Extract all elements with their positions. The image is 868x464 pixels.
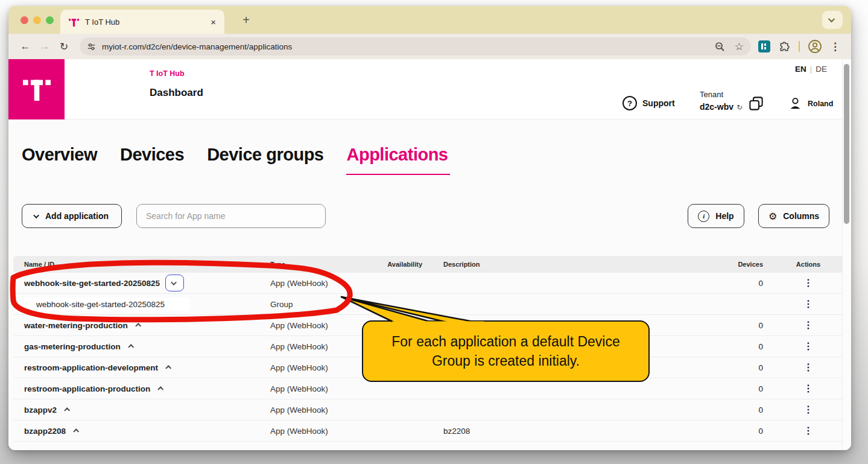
chevron-up-icon[interactable] <box>165 365 171 371</box>
browser-window: T IoT Hub × + ← → ↻ myiot-r.com/d2c/en/d… <box>8 6 851 450</box>
tab-devices[interactable]: Devices <box>120 145 184 165</box>
tab-search-button[interactable] <box>822 11 843 29</box>
tab-applications[interactable]: Applications <box>346 145 448 165</box>
zoom-out-icon[interactable] <box>715 42 725 52</box>
tenant-info: Tenant d2c-wbv↻ <box>700 89 743 113</box>
callout-text-line1: For each application a default Device <box>363 332 648 351</box>
col-devices[interactable]: Devices <box>711 261 773 268</box>
page-scrollbar-thumb[interactable] <box>844 64 849 224</box>
page-scrollbar-track[interactable] <box>842 59 851 450</box>
app-type: App (WebHook) <box>270 342 363 351</box>
collapse-row-button[interactable] <box>165 275 184 291</box>
row-actions-icon[interactable]: ⋮ <box>803 362 813 372</box>
table-row-group[interactable]: webhook-site-get-started-20250825 Group … <box>13 294 844 315</box>
telekom-logo[interactable] <box>8 59 65 119</box>
toolbar-divider <box>799 41 800 52</box>
callout-text-line2: Group is created initialy. <box>363 351 648 370</box>
tab-overview[interactable]: Overview <box>22 145 97 165</box>
app-name[interactable]: webhook-site-get-started-20250825 <box>24 279 160 288</box>
app-name[interactable]: restroom-application-production <box>24 384 150 393</box>
app-name[interactable]: gas-metering-production <box>24 342 121 351</box>
group-name[interactable]: webhook-site-get-started-20250825 <box>24 297 190 311</box>
lang-de[interactable]: DE <box>816 65 827 74</box>
row-actions-icon[interactable]: ⋮ <box>803 320 813 330</box>
extensions-puzzle-icon[interactable] <box>778 40 791 53</box>
table-header: Name / ID Type Availability Description … <box>13 256 844 273</box>
chevron-up-icon[interactable] <box>64 407 70 413</box>
row-actions-icon[interactable]: ⋮ <box>803 341 813 351</box>
row-actions-icon[interactable]: ⋮ <box>803 383 813 393</box>
switch-tenant-icon[interactable] <box>748 95 764 112</box>
row-actions-icon[interactable]: ⋮ <box>803 425 813 436</box>
app-type: App (WebHook) <box>270 363 363 372</box>
table-row[interactable]: bzappv2 App (WebHook) 0 ⋮ <box>13 399 844 421</box>
row-actions-icon[interactable]: ⋮ <box>803 278 813 288</box>
tenant-refresh-icon[interactable]: ↻ <box>737 103 743 112</box>
lang-separator: | <box>806 65 816 74</box>
app-name[interactable]: bzappv2 <box>24 405 57 415</box>
app-devices-count: 0 <box>711 342 773 351</box>
add-application-label: Add application <box>45 211 109 221</box>
col-name[interactable]: Name / ID <box>13 261 270 268</box>
chevron-up-icon[interactable] <box>128 344 134 350</box>
app-devices-count: 0 <box>711 405 773 415</box>
password-extension-icon[interactable] <box>758 40 770 52</box>
address-bar[interactable]: myiot-r.com/d2c/en/device-management/app… <box>80 37 751 56</box>
app-name[interactable]: restroom-application-development <box>24 363 158 372</box>
back-button[interactable]: ← <box>17 40 34 52</box>
app-type: App (WebHook) <box>270 384 363 393</box>
chevron-down-icon <box>171 279 177 285</box>
user-icon <box>788 96 803 111</box>
browser-tabstrip: T IoT Hub × + <box>8 6 851 34</box>
language-switch: EN|DE <box>795 65 827 74</box>
help-label: Help <box>715 211 733 221</box>
user-menu[interactable]: Roland <box>788 96 833 111</box>
chevron-up-icon[interactable] <box>135 323 141 329</box>
app-devices-count: 0 <box>711 363 773 372</box>
columns-button[interactable]: ⚙ Columns <box>758 204 829 228</box>
col-availability[interactable]: Availability <box>363 261 422 268</box>
minimize-window-button[interactable] <box>33 16 41 24</box>
reload-button[interactable]: ↻ <box>55 40 72 53</box>
app-name[interactable]: water-metering-production <box>24 321 128 330</box>
add-application-button[interactable]: Add application <box>22 204 122 228</box>
browser-tab-active[interactable]: T IoT Hub × <box>60 10 224 34</box>
site-settings-icon[interactable] <box>87 42 96 51</box>
table-row[interactable]: webhook-site-get-started-20250825 App (W… <box>13 273 844 294</box>
browser-menu-icon[interactable]: ⋮ <box>830 42 840 52</box>
gear-icon: ⚙ <box>768 211 777 222</box>
chevron-up-icon[interactable] <box>73 428 79 434</box>
forward-button[interactable]: → <box>36 40 53 52</box>
col-type[interactable]: Type <box>270 261 363 268</box>
chevron-up-icon[interactable] <box>158 386 164 392</box>
app-brand: T IoT Hub <box>150 69 185 78</box>
page-title: Dashboard <box>150 87 203 99</box>
lang-en[interactable]: EN <box>795 65 806 74</box>
app-name[interactable]: bzapp2208 <box>24 427 66 436</box>
telekom-favicon <box>69 17 79 27</box>
row-actions-icon[interactable]: ⋮ <box>803 299 813 309</box>
page-content: T IoT Hub Dashboard EN|DE ? Support Tena… <box>8 59 851 450</box>
tab-device-groups[interactable]: Device groups <box>207 145 323 165</box>
close-window-button[interactable] <box>21 16 28 24</box>
tenant-label: Tenant <box>700 89 743 101</box>
profile-avatar-icon[interactable] <box>808 39 822 54</box>
chevron-down-icon <box>33 212 39 218</box>
app-devices-count: 0 <box>711 384 773 393</box>
app-type: App (WebHook) <box>270 405 363 415</box>
tenant-value: d2c-wbv <box>700 102 733 112</box>
bookmark-star-icon[interactable]: ☆ <box>735 42 744 52</box>
col-description[interactable]: Description <box>422 261 711 268</box>
row-actions-icon[interactable]: ⋮ <box>803 404 813 415</box>
help-button[interactable]: i Help <box>688 204 744 228</box>
app-devices-count: 0 <box>711 321 773 330</box>
table-row[interactable]: bzapp2208 App (WebHook) bz2208 0 ⋮ <box>13 421 844 442</box>
new-tab-button[interactable]: + <box>238 11 255 28</box>
url-text[interactable]: myiot-r.com/d2c/en/device-management/app… <box>102 42 292 51</box>
tab-close-icon[interactable]: × <box>211 17 216 27</box>
search-input[interactable] <box>136 204 326 228</box>
maximize-window-button[interactable] <box>46 16 54 24</box>
info-icon: i <box>698 211 709 222</box>
annotation-callout: For each application a default Device Gr… <box>362 320 650 382</box>
support-button[interactable]: ? Support <box>622 96 675 110</box>
